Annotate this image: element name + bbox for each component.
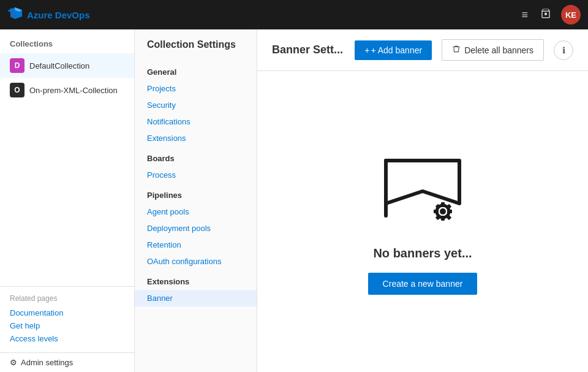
top-nav: Azure DevOps ≡ KE	[0, 0, 588, 29]
sidebar-link-gethelp[interactable]: Get help	[10, 319, 124, 332]
collection-avatar-default: D	[10, 58, 24, 73]
collection-avatar-onprem: O	[10, 83, 24, 97]
collection-item-default[interactable]: D DefaultCollection	[0, 53, 134, 78]
nav-item-banner[interactable]: Banner	[135, 290, 257, 306]
nav-item-process[interactable]: Process	[135, 167, 257, 183]
no-banners-illustration	[368, 148, 478, 234]
empty-state: No banners yet... Create a new banner	[257, 71, 588, 372]
nav-item-deployment-pools[interactable]: Deployment pools	[135, 220, 257, 237]
nav-item-notifications[interactable]: Notifications	[135, 113, 257, 130]
svg-point-3	[440, 208, 446, 214]
add-banner-label: + Add banner	[371, 45, 422, 55]
admin-settings-label: Admin settings	[21, 358, 73, 367]
delete-all-label: Delete all banners	[464, 45, 533, 55]
main-layout: Collections D DefaultCollection O On-pre…	[0, 29, 588, 372]
create-new-banner-button[interactable]: Create a new banner	[368, 273, 478, 295]
nav-section-general: General	[135, 60, 257, 80]
gear-icon: ⚙	[10, 358, 17, 367]
nav-section-pipelines: Pipelines	[135, 183, 257, 203]
collection-settings-title: Collection Settings	[135, 39, 257, 60]
related-pages-title: Related pages	[10, 294, 124, 303]
nav-left: Azure DevOps	[7, 7, 90, 22]
content-header: Banner Sett... + + Add banner Delete all…	[257, 29, 588, 71]
plus-icon: +	[364, 45, 369, 55]
nav-item-oauth[interactable]: OAuth configurations	[135, 253, 257, 270]
nav-right: ≡ KE	[519, 5, 581, 25]
delete-all-banners-button[interactable]: Delete all banners	[442, 39, 544, 61]
nav-section-boards: Boards	[135, 146, 257, 167]
nav-brand-text: Azure DevOps	[27, 10, 90, 20]
sidebar-bottom: Related pages Documentation Get help Acc…	[0, 286, 134, 352]
nav-item-retention[interactable]: Retention	[135, 237, 257, 253]
collections-title: Collections	[0, 29, 134, 53]
svg-marker-0	[386, 161, 459, 203]
collection-item-onprem[interactable]: O On-prem-XML-Collection	[0, 78, 134, 102]
azure-devops-logo	[7, 7, 22, 22]
admin-settings-item[interactable]: ⚙ Admin settings	[0, 352, 134, 372]
no-banners-text: No banners yet...	[373, 246, 472, 260]
svg-rect-5	[441, 216, 445, 221]
nav-section-extensions: Extensions	[135, 270, 257, 290]
svg-rect-6	[434, 210, 439, 213]
left-sidebar: Collections D DefaultCollection O On-pre…	[0, 29, 135, 372]
nav-item-projects[interactable]: Projects	[135, 80, 257, 97]
nav-item-security[interactable]: Security	[135, 97, 257, 113]
svg-rect-4	[441, 202, 445, 207]
svg-rect-7	[447, 210, 452, 213]
nav-item-extensions-general[interactable]: Extensions	[135, 130, 257, 146]
info-icon: ℹ	[562, 45, 565, 55]
add-banner-button[interactable]: + + Add banner	[355, 40, 432, 60]
lines-icon-button[interactable]: ≡	[519, 6, 530, 24]
user-avatar[interactable]: KE	[561, 5, 581, 25]
sidebar-link-documentation[interactable]: Documentation	[10, 306, 124, 319]
sidebar-link-accesslevels[interactable]: Access levels	[10, 332, 124, 345]
right-content: Banner Sett... + + Add banner Delete all…	[257, 29, 588, 372]
bag-icon-button[interactable]	[538, 6, 554, 25]
middle-panel: Collection Settings General Projects Sec…	[135, 29, 257, 372]
nav-item-agent-pools[interactable]: Agent pools	[135, 203, 257, 220]
trash-icon	[452, 45, 461, 55]
info-button[interactable]: ℹ	[554, 40, 573, 60]
page-title: Banner Sett...	[272, 44, 345, 56]
collection-name-onprem: On-prem-XML-Collection	[29, 86, 118, 95]
collection-name-default: DefaultCollection	[29, 61, 89, 70]
